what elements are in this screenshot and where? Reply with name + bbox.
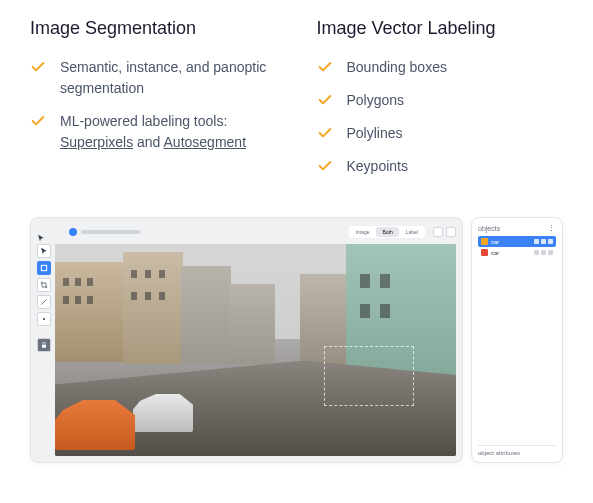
object-row-controls[interactable] [534, 239, 553, 244]
feature-item: ML-powered labeling tools: Superpixels a… [30, 111, 277, 153]
objects-panel-title: objects [478, 225, 500, 232]
annotation-app-preview: Image Both Label [30, 217, 563, 463]
pointer-icon [37, 228, 45, 236]
rectangle-tool[interactable] [37, 261, 51, 275]
tab-image[interactable]: Image [350, 227, 376, 237]
checkmark-icon [317, 125, 333, 141]
more-icon[interactable]: ⋮ [548, 224, 556, 232]
left-tool-palette [37, 244, 51, 456]
feature-item: Semantic, instance, and panoptic segment… [30, 57, 277, 99]
column-image-segmentation: Image Segmentation Semantic, instance, a… [30, 18, 277, 189]
brush-size-slider[interactable] [81, 230, 141, 234]
feature-text: Keypoints [347, 156, 408, 177]
color-swatch [481, 249, 488, 256]
object-row[interactable]: car [478, 247, 556, 258]
feature-list-left: Semantic, instance, and panoptic segment… [30, 57, 277, 153]
feature-item: Polygons [317, 90, 564, 111]
object-attributes-section: object attributes [478, 445, 556, 456]
brush-size-dot[interactable] [69, 228, 77, 236]
scene-building [55, 262, 125, 362]
undo-button[interactable] [433, 227, 443, 237]
color-swatch [481, 238, 488, 245]
svg-point-2 [43, 318, 45, 320]
scene-building [123, 252, 183, 364]
workspace [37, 244, 456, 456]
line-tool[interactable] [37, 295, 51, 309]
feature-text: Semantic, instance, and panoptic segment… [60, 57, 277, 99]
heading-segmentation: Image Segmentation [30, 18, 277, 39]
editor-window: Image Both Label [30, 217, 463, 463]
top-toolbar: Image Both Label [37, 224, 456, 240]
feature-item: Bounding boxes [317, 57, 564, 78]
svg-rect-0 [41, 265, 46, 270]
feature-text: Polylines [347, 123, 403, 144]
crop-tool[interactable] [37, 278, 51, 292]
redo-button[interactable] [446, 227, 456, 237]
tab-both[interactable]: Both [376, 227, 398, 237]
selection-outline[interactable] [324, 346, 414, 406]
feature-item: Polylines [317, 123, 564, 144]
checkmark-icon [30, 113, 46, 129]
image-canvas[interactable] [55, 244, 456, 456]
feature-text: Bounding boxes [347, 57, 447, 78]
checkmark-icon [317, 92, 333, 108]
toolbar-right-controls [433, 227, 456, 237]
feature-text: ML-powered labeling tools: Superpixels a… [60, 111, 277, 153]
svg-rect-3 [42, 345, 46, 348]
scene-building [181, 266, 231, 364]
objects-panel-header: objects ⋮ [478, 224, 556, 232]
object-label: car [491, 239, 499, 245]
link-superpixels[interactable]: Superpixels [60, 134, 133, 150]
feature-item: Keypoints [317, 156, 564, 177]
feature-text: Polygons [347, 90, 405, 111]
point-tool[interactable] [37, 312, 51, 326]
link-autosegment[interactable]: Autosegment [164, 134, 247, 150]
feature-columns: Image Segmentation Semantic, instance, a… [30, 18, 563, 189]
select-tool[interactable] [37, 244, 51, 258]
feature-list-right: Bounding boxes Polygons Polylines Keypoi… [317, 57, 564, 177]
column-vector-labeling: Image Vector Labeling Bounding boxes Pol… [317, 18, 564, 189]
object-row[interactable]: car [478, 236, 556, 247]
checkmark-icon [317, 158, 333, 174]
object-row-controls[interactable] [534, 250, 553, 255]
tab-label[interactable]: Label [400, 227, 424, 237]
heading-vector: Image Vector Labeling [317, 18, 564, 39]
svg-line-1 [41, 299, 46, 304]
checkmark-icon [30, 59, 46, 75]
checkmark-icon [317, 59, 333, 75]
scene-building [229, 284, 275, 364]
objects-panel: objects ⋮ car car object attributes [471, 217, 563, 463]
object-label: car [491, 250, 499, 256]
lock-tool[interactable] [37, 338, 51, 352]
view-tab-group: Image Both Label [349, 226, 425, 238]
